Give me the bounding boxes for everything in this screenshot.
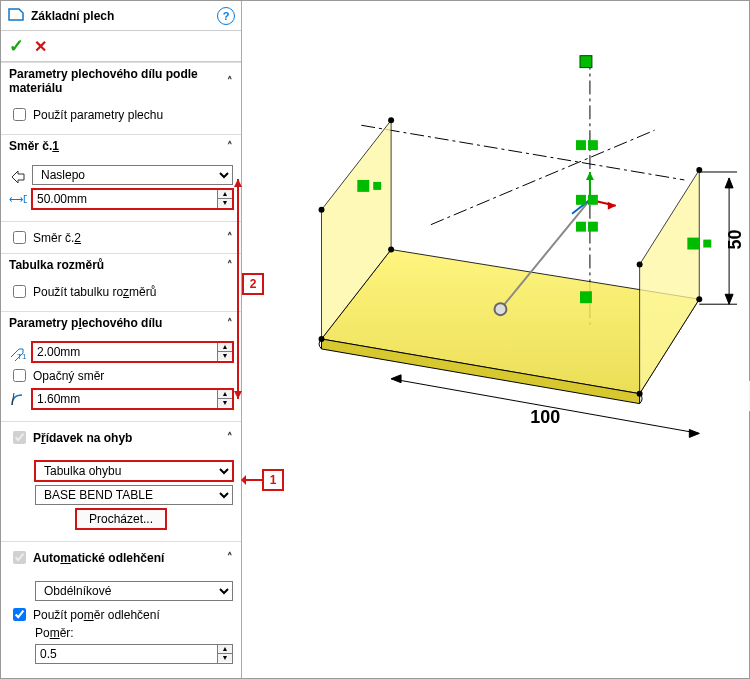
feature-icon bbox=[7, 5, 25, 26]
direction1-depth-input[interactable]: ▲▼ bbox=[32, 189, 233, 209]
svg-rect-26 bbox=[580, 291, 592, 303]
svg-point-46 bbox=[696, 296, 702, 302]
svg-line-5 bbox=[361, 125, 684, 180]
svg-rect-22 bbox=[576, 195, 586, 205]
svg-rect-20 bbox=[588, 140, 598, 150]
use-gauge-table-checkbox[interactable]: Použít tabulku rozměrů bbox=[9, 282, 233, 301]
model-preview: 100 50 bbox=[242, 1, 749, 676]
thickness-input[interactable]: ▲▼ bbox=[32, 342, 233, 362]
direction1-type-select[interactable]: Naslepo bbox=[32, 165, 233, 185]
direction2-checkbox[interactable]: Směr č.2 bbox=[9, 228, 81, 247]
section-direction1: Směr č.1 bbox=[9, 139, 59, 153]
svg-rect-27 bbox=[357, 180, 369, 192]
bend-allowance-checkbox[interactable]: Přídavek na ohyb bbox=[9, 428, 132, 447]
relief-ratio-input[interactable]: ▲▼ bbox=[35, 644, 233, 664]
ratio-label: Poměr: bbox=[35, 626, 233, 640]
cancel-button[interactable]: ✕ bbox=[34, 37, 47, 56]
svg-point-45 bbox=[388, 247, 394, 253]
svg-point-44 bbox=[637, 261, 643, 267]
section-sheet-material: Parametry plechového dílu podle materiál… bbox=[9, 67, 227, 95]
reverse-thickness-checkbox[interactable]: Opačný směr bbox=[9, 366, 233, 385]
svg-rect-23 bbox=[588, 195, 598, 205]
svg-point-43 bbox=[696, 167, 702, 173]
svg-marker-15 bbox=[586, 172, 594, 180]
svg-text:⟷D1: ⟷D1 bbox=[9, 194, 27, 205]
svg-point-47 bbox=[319, 336, 325, 342]
svg-point-41 bbox=[388, 117, 394, 123]
svg-marker-36 bbox=[725, 178, 733, 188]
help-icon[interactable]: ? bbox=[217, 7, 235, 25]
svg-rect-21 bbox=[576, 140, 586, 150]
depth-icon: ⟷D1 bbox=[9, 190, 27, 208]
spin-down-icon[interactable]: ▼ bbox=[218, 653, 232, 662]
bend-radius-input[interactable]: ▲▼ bbox=[32, 389, 233, 409]
svg-line-7 bbox=[431, 130, 655, 224]
thickness-icon: T1 bbox=[9, 343, 27, 361]
chevron-up-icon[interactable]: ˄ bbox=[227, 75, 233, 88]
browse-button[interactable]: Procházet... bbox=[76, 509, 166, 529]
svg-marker-33 bbox=[689, 429, 699, 437]
svg-marker-3 bbox=[234, 179, 242, 187]
svg-rect-28 bbox=[373, 182, 381, 190]
chevron-up-icon[interactable]: ˄ bbox=[227, 551, 233, 564]
svg-marker-10 bbox=[640, 170, 700, 394]
svg-rect-30 bbox=[703, 240, 711, 248]
svg-text:50: 50 bbox=[725, 230, 745, 250]
auto-relief-checkbox[interactable]: Automatické odlehčení bbox=[9, 548, 164, 567]
spin-up-icon[interactable]: ▲ bbox=[218, 645, 232, 653]
svg-point-13 bbox=[494, 303, 506, 315]
svg-rect-19 bbox=[580, 56, 592, 68]
svg-text:100: 100 bbox=[530, 407, 560, 427]
use-relief-ratio-checkbox[interactable]: Použít poměr odlehčení bbox=[9, 605, 233, 624]
svg-marker-37 bbox=[725, 294, 733, 304]
graphics-viewport[interactable]: 1 2 bbox=[242, 1, 749, 678]
bend-allowance-type-select[interactable]: Tabulka ohybu bbox=[35, 461, 233, 481]
reverse-direction-icon[interactable] bbox=[9, 166, 27, 184]
svg-point-48 bbox=[637, 391, 643, 397]
svg-rect-24 bbox=[576, 222, 586, 232]
use-sheet-params-checkbox[interactable]: Použít parametry plechu bbox=[9, 105, 233, 124]
svg-marker-17 bbox=[608, 202, 616, 210]
svg-marker-32 bbox=[391, 375, 401, 383]
bend-radius-icon bbox=[9, 390, 27, 408]
svg-marker-4 bbox=[234, 391, 242, 399]
relief-type-select[interactable]: Obdélníkové bbox=[35, 581, 233, 601]
svg-point-42 bbox=[319, 207, 325, 213]
panel-title: Základní plech bbox=[31, 9, 217, 23]
bend-table-select[interactable]: BASE BEND TABLE bbox=[35, 485, 233, 505]
section-sheet-params: Parametry plechového dílu bbox=[9, 316, 162, 330]
svg-text:T1: T1 bbox=[17, 352, 27, 361]
section-gauge-table: Tabulka rozměrů bbox=[9, 258, 104, 272]
ok-button[interactable]: ✓ bbox=[9, 35, 24, 57]
svg-rect-29 bbox=[687, 238, 699, 250]
chevron-up-icon[interactable]: ˄ bbox=[227, 140, 233, 153]
svg-rect-25 bbox=[588, 222, 598, 232]
